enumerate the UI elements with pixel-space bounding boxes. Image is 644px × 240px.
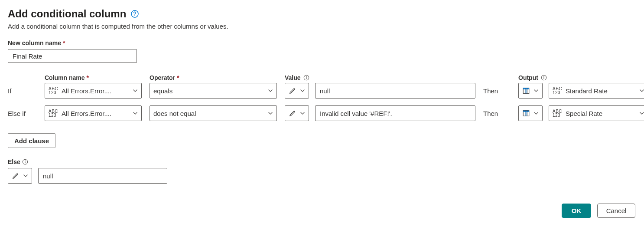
svg-point-1	[135, 15, 136, 16]
clause-row: Else if ABC123 All Errors.Error.... does…	[8, 105, 636, 121]
operator-select[interactable]: equals	[150, 83, 277, 99]
chevron-down-icon	[133, 111, 138, 116]
info-icon[interactable]	[541, 75, 547, 81]
operator-value: does not equal	[153, 110, 196, 117]
datatype-any-icon: ABC123	[49, 109, 58, 117]
column-name-select[interactable]: ABC123 All Errors.Error....	[45, 105, 142, 121]
column-name-header: Column name	[45, 74, 142, 81]
info-icon[interactable]	[22, 159, 28, 165]
svg-rect-14	[523, 111, 529, 112]
svg-rect-12	[525, 89, 527, 93]
chevron-down-icon	[533, 88, 539, 93]
chevron-down-icon	[133, 88, 138, 93]
output-value: Standard Rate	[566, 87, 608, 95]
else-kind-picker[interactable]	[8, 168, 32, 184]
ok-button[interactable]: OK	[562, 204, 591, 218]
datatype-any-icon: ABC123	[553, 87, 562, 95]
operator-header: Operator	[150, 74, 277, 81]
column-name-select[interactable]: ABC123 All Errors.Error....	[45, 83, 142, 99]
output-select[interactable]: ABC123 Standard Rate	[549, 83, 644, 99]
datatype-any-icon: ABC123	[49, 87, 58, 95]
value-input[interactable]	[315, 105, 475, 121]
svg-rect-7	[543, 77, 544, 79]
svg-rect-9	[523, 88, 529, 89]
column-name-value: All Errors.Error....	[62, 87, 111, 95]
value-kind-picker[interactable]	[285, 105, 309, 121]
column-icon	[522, 109, 530, 117]
then-label: Then	[483, 110, 511, 117]
output-kind-picker[interactable]	[518, 83, 543, 99]
value-input[interactable]	[315, 83, 475, 99]
svg-rect-17	[525, 112, 527, 116]
value-header: Value	[285, 74, 301, 81]
pencil-icon	[289, 109, 296, 117]
else-value-input[interactable]	[38, 168, 167, 184]
new-column-name-input[interactable]	[8, 49, 137, 63]
chevron-down-icon	[23, 173, 28, 178]
if-label: If	[8, 87, 37, 95]
else-label: Else	[8, 158, 20, 165]
svg-point-3	[306, 76, 307, 77]
add-clause-button[interactable]: Add clause	[8, 133, 55, 148]
chevron-down-icon	[639, 88, 644, 93]
clause-row: If ABC123 All Errors.Error.... equals T	[8, 83, 636, 99]
operator-value: equals	[153, 87, 172, 95]
svg-point-6	[543, 76, 544, 77]
chevron-down-icon	[300, 111, 305, 116]
chevron-down-icon	[533, 111, 539, 116]
chevron-down-icon	[300, 88, 305, 93]
output-kind-picker[interactable]	[518, 105, 543, 121]
svg-point-19	[25, 161, 26, 161]
datatype-any-icon: ABC123	[553, 109, 562, 117]
new-column-name-label: New column name	[8, 39, 636, 46]
else-if-label: Else if	[8, 110, 37, 117]
then-label: Then	[483, 87, 511, 95]
chevron-down-icon	[268, 88, 273, 93]
chevron-down-icon	[268, 111, 273, 116]
cancel-button[interactable]: Cancel	[597, 204, 635, 218]
chevron-down-icon	[639, 111, 644, 116]
pencil-icon	[12, 172, 20, 180]
dialog-subtitle: Add a conditional column that is compute…	[8, 23, 636, 30]
output-header: Output	[518, 74, 538, 81]
help-icon[interactable]	[130, 10, 139, 18]
dialog-title: Add conditional column	[8, 8, 126, 20]
svg-rect-20	[25, 161, 25, 163]
column-name-value: All Errors.Error....	[62, 110, 111, 117]
output-value: Special Rate	[566, 110, 602, 117]
column-icon	[522, 87, 530, 95]
svg-rect-4	[306, 77, 306, 79]
operator-select[interactable]: does not equal	[150, 105, 277, 121]
info-icon[interactable]	[303, 75, 309, 81]
output-select[interactable]: ABC123 Special Rate	[549, 105, 644, 121]
pencil-icon	[289, 87, 296, 95]
value-kind-picker[interactable]	[285, 83, 309, 99]
